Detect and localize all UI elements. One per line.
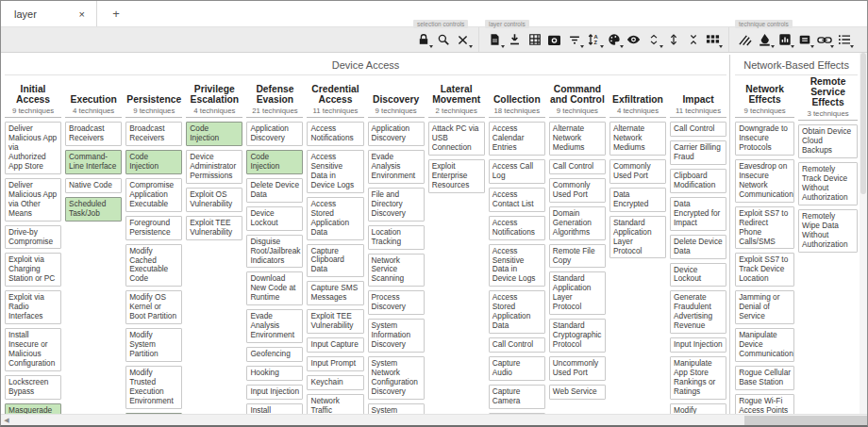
- filter-icon[interactable]: [565, 31, 583, 48]
- tactic-header[interactable]: Initial Access9 techniques: [5, 76, 61, 118]
- technique-cell[interactable]: Clipboard Modification: [670, 169, 726, 193]
- technique-cell[interactable]: Location Tracking: [368, 225, 425, 250]
- technique-cell[interactable]: Device Lockout: [670, 263, 726, 287]
- technique-cell[interactable]: Access Stored Application Data: [489, 290, 545, 334]
- technique-cell[interactable]: Modify System Partition: [125, 328, 182, 362]
- search-icon[interactable]: [434, 31, 452, 48]
- technique-cell[interactable]: Exploit via Radio Interfaces: [5, 290, 61, 324]
- technique-cell[interactable]: Download New Code at Runtime: [246, 271, 303, 305]
- technique-cell[interactable]: Access Call Log: [489, 159, 545, 184]
- technique-cell[interactable]: Evade Analysis Environment: [368, 150, 425, 184]
- technique-cell[interactable]: Downgrade to Insecure Protocols: [735, 122, 794, 156]
- technique-cell[interactable]: Call Control: [670, 122, 726, 137]
- technique-cell[interactable]: Manipulate App Store Rankings or Ratings: [670, 356, 726, 400]
- technique-cell[interactable]: Rogue Wi-Fi Access Points: [735, 394, 794, 416]
- dropdown-caret-icon[interactable]: [429, 45, 433, 48]
- technique-cell[interactable]: Code Injection: [125, 150, 182, 174]
- technique-cell[interactable]: Geofencing: [246, 347, 303, 362]
- technique-cell[interactable]: Delete Device Data: [670, 235, 726, 259]
- tactic-header[interactable]: Persistence9 techniques: [125, 76, 182, 118]
- tactic-header[interactable]: Command and Control9 techniques: [549, 76, 606, 118]
- technique-cell[interactable]: Input Injection: [246, 385, 303, 400]
- technique-cell[interactable]: Access Sensitive Data in Device Logs: [489, 244, 545, 287]
- export-table-icon[interactable]: [526, 31, 543, 48]
- scoring-icon[interactable]: [776, 31, 793, 48]
- dropdown-caret-icon[interactable]: [830, 45, 834, 48]
- dropdown-caret-icon[interactable]: [810, 45, 814, 48]
- compact-view-icon[interactable]: [644, 31, 662, 48]
- sort-icon[interactable]: AZ: [585, 31, 603, 48]
- technique-cell[interactable]: File and Directory Discovery: [368, 188, 425, 222]
- technique-cell[interactable]: Process Discovery: [368, 290, 425, 315]
- technique-cell[interactable]: Evade Analysis Environment: [246, 309, 303, 343]
- color-setup-icon[interactable]: [605, 31, 623, 48]
- image-export-icon[interactable]: [545, 31, 563, 48]
- dropdown-caret-icon[interactable]: [719, 45, 723, 48]
- technique-cell[interactable]: Deliver Malicious App via Authorized App…: [5, 122, 61, 174]
- technique-cell[interactable]: Standard Application Layer Protocol: [609, 216, 666, 259]
- dropdown-caret-icon[interactable]: [600, 45, 604, 48]
- horizontal-scrollbar[interactable]: ◀: [1, 414, 867, 425]
- dropdown-caret-icon[interactable]: [501, 45, 505, 48]
- dropdown-caret-icon[interactable]: [659, 45, 663, 48]
- technique-cell[interactable]: Obtain Device Cloud Backups: [798, 124, 858, 158]
- deselect-icon[interactable]: [454, 31, 472, 48]
- technique-cell[interactable]: Eavesdrop on Insecure Network Communicat…: [735, 159, 794, 203]
- technique-cell[interactable]: Access Contact List: [489, 188, 545, 212]
- dropdown-caret-icon[interactable]: [850, 45, 854, 48]
- tab-layer[interactable]: layer ×: [1, 1, 97, 26]
- technique-cell[interactable]: Exploit SS7 to Redirect Phone Calls/SMS: [735, 206, 794, 250]
- technique-cell[interactable]: Access Sensitive Data in Device Logs: [307, 150, 363, 193]
- technique-cell[interactable]: Remote File Copy: [549, 244, 606, 269]
- technique-cell[interactable]: Code Injection: [186, 122, 242, 146]
- technique-cell[interactable]: Standard Application Layer Protocol: [549, 271, 606, 315]
- technique-cell[interactable]: Network Traffic Capture or Redirection: [307, 394, 363, 416]
- technique-cell[interactable]: Application Discovery: [246, 122, 303, 146]
- tactic-header[interactable]: Exfiltration4 techniques: [609, 76, 666, 118]
- technique-cell[interactable]: Capture Camera: [489, 385, 545, 409]
- technique-cell[interactable]: Device Administrator Permissions: [186, 150, 242, 184]
- technique-cell[interactable]: Modify Trusted Execution Environment: [125, 366, 182, 409]
- technique-cell[interactable]: Native Code: [65, 178, 122, 193]
- technique-cell[interactable]: Attack PC via USB Connection: [428, 122, 485, 156]
- dropdown-caret-icon[interactable]: [620, 45, 624, 48]
- vertical-scrollbar[interactable]: [860, 53, 867, 416]
- dropdown-caret-icon[interactable]: [791, 45, 794, 48]
- technique-cell[interactable]: Keychain: [307, 375, 363, 390]
- scroll-left-arrow-icon[interactable]: ◀: [1, 417, 12, 424]
- technique-cell[interactable]: Access Stored Application Data: [307, 197, 363, 240]
- technique-cell[interactable]: Modify Cached Executable Code: [125, 244, 182, 287]
- technique-cell[interactable]: Device Lockout: [246, 206, 303, 231]
- technique-cell[interactable]: Code Injection: [246, 150, 303, 174]
- technique-cell[interactable]: Deliver Malicious App via Other Means: [5, 178, 61, 222]
- technique-cell[interactable]: Broadcast Receivers: [125, 122, 182, 146]
- comment-icon[interactable]: [795, 31, 813, 48]
- metadata-icon[interactable]: [835, 31, 853, 48]
- show-hide-icon[interactable]: [625, 31, 643, 48]
- tactic-header[interactable]: Execution4 techniques: [65, 76, 122, 118]
- vertical-scrollbar-thumb[interactable]: [860, 53, 866, 194]
- new-tab-button[interactable]: +: [97, 1, 135, 26]
- dropdown-caret-icon[interactable]: [580, 45, 584, 48]
- technique-cell[interactable]: Alternate Network Mediums: [549, 122, 606, 156]
- background-hatch-icon[interactable]: [736, 31, 754, 48]
- horizontal-scrollbar-thumb[interactable]: [744, 416, 867, 425]
- tab-close-icon[interactable]: ×: [77, 8, 87, 20]
- technique-cell[interactable]: Command-Line Interface: [65, 150, 122, 174]
- technique-cell[interactable]: Input Prompt: [307, 356, 363, 371]
- technique-cell[interactable]: Drive-by Compromise: [5, 225, 61, 250]
- technique-cell[interactable]: Hooking: [246, 366, 303, 381]
- technique-cell[interactable]: Remotely Track Device Without Authorizat…: [798, 162, 858, 205]
- technique-cell[interactable]: Alternate Network Mediums: [609, 122, 666, 156]
- matrix-layout-icon[interactable]: [704, 31, 722, 48]
- technique-cell[interactable]: Access Notifications: [307, 122, 363, 146]
- technique-cell[interactable]: Access Notifications: [489, 216, 545, 240]
- technique-cell[interactable]: Exploit TEE Vulnerability: [307, 309, 363, 334]
- technique-cell[interactable]: Delete Device Data: [246, 178, 303, 203]
- technique-cell[interactable]: Scheduled Task/Job: [65, 197, 122, 222]
- technique-cell[interactable]: Rogue Cellular Base Station: [735, 366, 794, 390]
- technique-cell[interactable]: Uncommonly Used Port: [549, 356, 606, 381]
- technique-cell[interactable]: Remotely Wipe Data Without Authorization: [798, 209, 858, 253]
- technique-cell[interactable]: Capture SMS Messages: [307, 281, 363, 305]
- technique-cell[interactable]: Application Discovery: [368, 122, 425, 146]
